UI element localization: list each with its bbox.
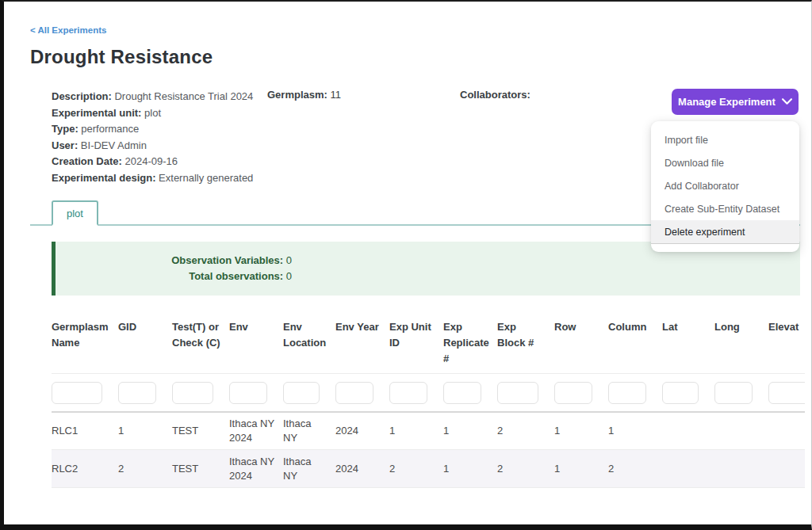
- app-window: < All Experiments Drought Resistance Des…: [0, 0, 812, 530]
- cell: [768, 412, 805, 450]
- column-header-column: Column: [608, 316, 662, 374]
- summary-label: Total observations:: [189, 270, 283, 282]
- detail-label: User:: [52, 139, 78, 151]
- cell: 1: [554, 412, 608, 450]
- menu-item-download-file[interactable]: Download file: [651, 151, 799, 174]
- filter-input-lat[interactable]: [662, 382, 699, 404]
- cell: Ithaca NY: [283, 412, 335, 450]
- detail-label: Description:: [52, 90, 112, 102]
- column-header-row: Row: [554, 316, 608, 374]
- germplasm-label: Germplasm:: [267, 89, 327, 101]
- filter-input-env-year[interactable]: [335, 382, 373, 404]
- filter-cell: [554, 374, 608, 412]
- table-row: RLC11TESTIthaca NY 2024Ithaca NY20241121…: [52, 412, 805, 450]
- filter-input-exp-block[interactable]: [497, 382, 538, 404]
- detail-value: Drought Resistance Trial 2024: [112, 90, 253, 102]
- cell: 1: [118, 412, 172, 450]
- filter-input-test-t-or-check-c[interactable]: [172, 382, 213, 404]
- filter-input-gid[interactable]: [118, 382, 156, 404]
- detail-label: Experimental unit:: [52, 107, 141, 119]
- collaborators: Collaborators:: [460, 89, 672, 101]
- filter-input-env-location[interactable]: [283, 382, 320, 404]
- page-content: < All Experiments Drought Resistance Des…: [4, 2, 811, 488]
- menu-item-import-file[interactable]: Import file: [651, 128, 799, 151]
- column-header-germplasm-name: Germplasm Name: [52, 316, 118, 374]
- tab-plot[interactable]: plot: [52, 200, 98, 226]
- cell: 1: [443, 450, 497, 488]
- column-header-gid: GID: [118, 316, 172, 374]
- plot-table: Germplasm NameGIDTest(T) or Check (C)Env…: [52, 316, 805, 488]
- cell: 2024: [335, 412, 389, 450]
- table-filter-row: [52, 374, 805, 412]
- column-header-test-t-or-check-c: Test(T) or Check (C): [172, 316, 229, 374]
- cell: 1: [554, 450, 608, 488]
- filter-cell: [118, 374, 172, 412]
- filter-input-exp-replicate[interactable]: [443, 382, 481, 404]
- filter-cell: [662, 374, 714, 412]
- page-title: Drought Resistance: [30, 46, 800, 68]
- column-header-env-location: Env Location: [283, 316, 335, 374]
- cell: Ithaca NY 2024: [229, 450, 283, 488]
- summary-line: Observation Variables: 0: [56, 253, 292, 269]
- filter-cell: [172, 374, 229, 412]
- detail-field: Experimental unit: plot: [52, 105, 267, 122]
- detail-field: Experimental design: Externally generate…: [52, 170, 267, 187]
- detail-field: User: BI-DEV Admin: [52, 138, 267, 154]
- filter-input-env[interactable]: [229, 382, 267, 404]
- filter-cell: [229, 374, 283, 412]
- column-header-exp-replicate: Exp Replicate #: [443, 316, 497, 374]
- cell: [662, 450, 714, 488]
- menu-item-create-sub-entity-dataset[interactable]: Create Sub-Entity Dataset: [651, 197, 799, 220]
- cell: 1: [608, 412, 662, 450]
- manage-experiment-label: Manage Experiment: [678, 96, 776, 108]
- filter-cell: [443, 374, 497, 412]
- cell: 1: [389, 412, 443, 450]
- experiment-info-section: Description: Drought Resistance Trial 20…: [30, 89, 800, 186]
- cell: 2024: [335, 450, 389, 488]
- summary-line: Total observations: 0: [56, 269, 292, 284]
- column-header-exp-block: Exp Block #: [497, 316, 554, 374]
- menu-item-add-collaborator[interactable]: Add Collaborator: [651, 174, 799, 197]
- detail-label: Creation Date:: [52, 155, 122, 167]
- column-header-long: Long: [714, 316, 768, 374]
- filter-input-row[interactable]: [554, 382, 592, 404]
- cell: [662, 412, 714, 450]
- column-header-env-year: Env Year: [335, 316, 389, 374]
- cell: Ithaca NY: [283, 450, 335, 488]
- filter-input-long[interactable]: [714, 382, 753, 404]
- column-header-lat: Lat: [662, 316, 714, 374]
- summary-label: Observation Variables:: [171, 254, 283, 266]
- back-to-all-experiments-link[interactable]: < All Experiments: [30, 25, 106, 35]
- detail-field: Description: Drought Resistance Trial 20…: [52, 89, 267, 105]
- menu-item-delete-experiment[interactable]: Delete experiment: [651, 220, 799, 244]
- germplasm-value: 11: [331, 89, 342, 101]
- detail-label: Experimental design:: [52, 172, 155, 184]
- cell: [768, 450, 805, 488]
- detail-field: Type: performance: [52, 121, 267, 138]
- filter-input-elevat[interactable]: [768, 382, 805, 404]
- cell: TEST: [172, 450, 229, 488]
- manage-experiment-area: Manage Experiment Import fileDownload fi…: [672, 89, 800, 115]
- summary-value: 0: [283, 254, 292, 266]
- filter-cell: [497, 374, 554, 412]
- cell: 1: [443, 412, 497, 450]
- cell: Ithaca NY 2024: [229, 412, 283, 450]
- table-body: RLC11TESTIthaca NY 2024Ithaca NY20241121…: [52, 374, 805, 488]
- cell: RLC2: [52, 450, 118, 488]
- plot-table-wrapper: Germplasm NameGIDTest(T) or Check (C)Env…: [52, 316, 805, 488]
- filter-cell: [335, 374, 389, 412]
- manage-experiment-menu: Import fileDownload fileAdd Collaborator…: [651, 121, 799, 252]
- observations-summary-lines: Observation Variables: 0Total observatio…: [56, 253, 292, 284]
- detail-value: 2024-09-16: [122, 155, 178, 167]
- table-header-row: Germplasm NameGIDTest(T) or Check (C)Env…: [52, 316, 805, 374]
- filter-input-germplasm-name[interactable]: [52, 382, 102, 404]
- cell: 2: [608, 450, 662, 488]
- germplasm-count: Germplasm: 11: [267, 89, 460, 101]
- cell: 2: [389, 450, 443, 488]
- detail-label: Type:: [52, 123, 79, 135]
- filter-input-exp-unit-id[interactable]: [389, 382, 427, 404]
- filter-input-column[interactable]: [608, 382, 646, 404]
- cell: 2: [497, 412, 554, 450]
- manage-experiment-button[interactable]: Manage Experiment: [672, 89, 799, 115]
- cell: TEST: [172, 412, 229, 450]
